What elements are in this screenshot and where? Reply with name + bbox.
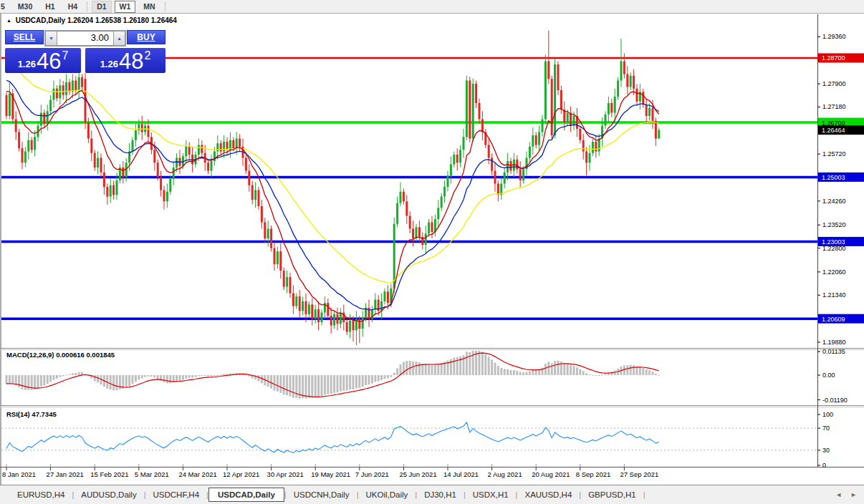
price-badge-label: 1.26700 <box>822 120 845 127</box>
price-axis-label: 1.27180 <box>822 103 846 110</box>
timeframe-button-mn[interactable]: MN <box>138 1 160 13</box>
ma_fast-line <box>6 91 659 322</box>
price-axis-label: 1.22060 <box>822 268 846 276</box>
price-badge-label: 1.20609 <box>822 316 845 323</box>
date-axis-label: 27 Sep 2021 <box>620 470 658 478</box>
tab-xauusd-h4[interactable]: XAUUSD,H4 <box>517 488 579 501</box>
tab-dj30-h1[interactable]: DJ30,H1 <box>417 488 464 501</box>
price-axis-label: 1.23520 <box>822 221 846 228</box>
tab-eurusd-h4[interactable]: EURUSD,H4 <box>10 488 72 501</box>
price-badge-label: 1.23003 <box>822 238 845 246</box>
rsi-axis-label: 30 <box>822 447 830 454</box>
tab-separator: | <box>643 490 645 499</box>
sell-price-box[interactable]: 1.26 46 7 <box>5 48 81 73</box>
buy-price-main: 48 <box>119 50 143 72</box>
sell-price-prefix: 1.26 <box>18 59 36 69</box>
date-axis-label: 8 Jan 2021 <box>2 470 36 478</box>
timeframe-button-h1[interactable]: H1 <box>40 1 59 13</box>
toolbar-separator <box>165 1 165 11</box>
rsi-line <box>6 422 659 453</box>
buy-price-pip: 2 <box>144 49 150 62</box>
price-badge-label: 1.25003 <box>822 174 845 181</box>
date-axis-label: 27 Jan 2021 <box>47 470 84 478</box>
price-axis[interactable]: 1.293601.279001.271801.257201.242601.235… <box>817 33 864 346</box>
horizontal-level-lines <box>1 58 817 319</box>
sell-price-main: 46 <box>37 50 61 72</box>
volume-input[interactable]: 3.00 <box>57 31 113 46</box>
macd-indicator-label: MACD(12,26,9) 0.000616 0.001845 <box>6 351 115 359</box>
macd-axis-label: 0.00 <box>822 372 835 379</box>
buy-button[interactable]: BUY <box>127 30 165 44</box>
symbol-tabs-bar: EURUSD,H4|AUDUSD,Daily|USDCHF,H4|USDCAD,… <box>0 485 864 504</box>
chart-title-symbol: USDCAD,Daily <box>16 16 65 24</box>
buy-price-prefix: 1.26 <box>100 59 118 69</box>
price-axis-label: 1.29360 <box>822 33 846 40</box>
tab-audusd-daily[interactable]: AUDUSD,Daily <box>74 488 143 501</box>
volume-control: ▾ 3.00 ▴ <box>44 30 126 47</box>
date-axis-label: 5 Mar 2021 <box>135 470 169 478</box>
date-axis[interactable]: 8 Jan 202127 Jan 202115 Feb 20215 Mar 20… <box>2 464 658 478</box>
date-axis-label: 12 Apr 2021 <box>223 470 259 478</box>
sell-button[interactable]: SELL <box>5 30 44 44</box>
timeframe-button-5[interactable]: 5 <box>0 1 10 13</box>
rsi-axis-label: 100 <box>822 411 833 418</box>
rsi-axis-label: 0 <box>822 462 826 469</box>
date-axis-label: 24 Mar 2021 <box>178 470 216 478</box>
buy-price-box[interactable]: 1.26 48 2 <box>85 48 165 73</box>
price-axis-label: 1.21340 <box>822 291 846 299</box>
date-axis-label: 14 Jul 2021 <box>443 470 479 478</box>
one-click-trade-panel: SELL ▾ 3.00 ▴ BUY 1.26 46 7 1.26 48 2 <box>5 30 165 73</box>
toolbar-separator <box>87 1 87 11</box>
chart-canvas[interactable]: 1.293601.279001.271801.257201.242601.235… <box>0 14 864 485</box>
candles-layer <box>6 31 661 346</box>
price-axis-label: 1.24260 <box>822 198 846 205</box>
date-axis-label: 2 Aug 2021 <box>488 470 522 478</box>
date-axis-label: 8 Sep 2021 <box>576 470 611 478</box>
timeframe-toolbar: 5M30H1H4D1W1MN <box>0 0 864 14</box>
rsi-axis-label: 70 <box>822 425 830 432</box>
date-axis-label: 20 Aug 2021 <box>532 470 570 478</box>
scroll-left-arrow[interactable]: ◄ <box>835 491 842 498</box>
trading-terminal: 5M30H1H4D1W1MN 1.293601.279001.271801.25… <box>0 0 864 504</box>
tab-usdx-h1[interactable]: USDX,H1 <box>466 488 516 501</box>
ma_mid-line <box>6 80 659 310</box>
chart-title-ohlc: 1.26204 1.26538 1.26180 1.26464 <box>67 16 177 24</box>
tab-usdcnh-daily[interactable]: USDCNH,Daily <box>287 488 357 501</box>
tab-usdchf-h4[interactable]: USDCHF,H4 <box>146 488 207 501</box>
chart-title: ▲ USDCAD,Daily 1.26204 1.26538 1.26180 1… <box>6 16 177 24</box>
date-axis-label: 7 Jun 2021 <box>355 470 389 478</box>
macd-axis-label: -0.01190 <box>822 397 848 404</box>
sell-price-pip: 7 <box>62 49 68 62</box>
date-axis-label: 30 Apr 2021 <box>267 470 304 478</box>
macd-axis-label: 0.01135 <box>822 348 845 355</box>
date-axis-label: 19 May 2021 <box>311 470 350 478</box>
scroll-right-arrow[interactable]: ► <box>850 491 857 498</box>
date-axis-label: 25 Jun 2021 <box>399 470 436 478</box>
collapse-triangle-icon[interactable]: ▲ <box>6 18 11 23</box>
volume-decrease-button[interactable]: ▾ <box>45 31 57 46</box>
price-axis-label: 1.25720 <box>822 150 846 158</box>
price-axis-label: 1.27900 <box>822 80 846 87</box>
rsi-indicator-label: RSI(14) 47.7345 <box>6 410 57 418</box>
timeframe-button-d1[interactable]: D1 <box>92 1 111 13</box>
timeframe-button-h4[interactable]: H4 <box>63 1 82 13</box>
price-axis-label: 1.19880 <box>822 339 846 346</box>
tab-ukoil-daily[interactable]: UKOil,Daily <box>358 488 415 501</box>
price-badge-label: 1.26464 <box>822 127 845 134</box>
timeframe-button-w1[interactable]: W1 <box>115 1 136 13</box>
price-badge-label: 1.28700 <box>822 54 845 62</box>
tab-scroll-arrows: ◄► <box>835 491 857 498</box>
timeframe-button-m30[interactable]: M30 <box>13 1 37 13</box>
volume-increase-button[interactable]: ▴ <box>113 31 125 46</box>
tab-usdcad-daily[interactable]: USDCAD,Daily <box>208 488 284 502</box>
date-axis-label: 15 Feb 2021 <box>90 470 128 478</box>
tab-gbpusd-h1[interactable]: GBPUSD,H1 <box>581 488 643 501</box>
